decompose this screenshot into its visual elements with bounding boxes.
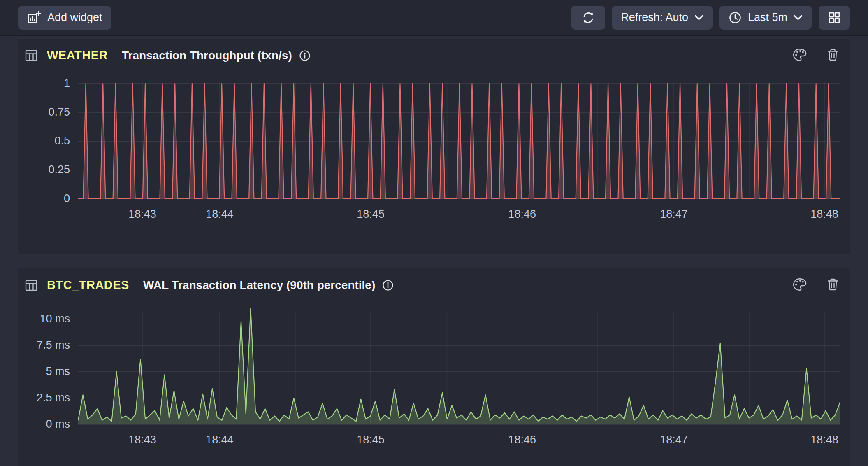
panel-header: WEATHER Transaction Throughput (txn/s) — [18, 39, 850, 63]
y-tick-label: 0.75 — [12, 106, 70, 119]
x-tick-label: 18:47 — [660, 433, 688, 446]
y-tick-label: 0.25 — [12, 163, 70, 176]
x-tick-label: 18:44 — [206, 433, 234, 446]
chart-canvas — [78, 307, 840, 430]
x-tick-label: 18:45 — [357, 433, 385, 446]
x-tick-label: 18:48 — [810, 433, 838, 446]
y-tick-label: 10 ms — [12, 312, 70, 325]
trash-icon — [826, 277, 840, 291]
table-name: BTC_TRADES — [47, 278, 129, 292]
trash-icon — [826, 48, 840, 62]
x-tick-label: 18:45 — [357, 208, 385, 221]
add-widget-label: Add widget — [47, 11, 102, 24]
x-tick-label: 18:43 — [128, 433, 156, 446]
throughput-chart-plot[interactable]: 00.250.50.75118:4318:4418:4518:4618:4718… — [78, 82, 840, 201]
info-icon[interactable] — [382, 279, 394, 291]
palette-button[interactable] — [792, 277, 807, 293]
palette-icon — [792, 277, 807, 291]
y-tick-label: 1 — [12, 77, 70, 90]
palette-button[interactable] — [792, 48, 807, 63]
y-tick-label: 0 ms — [12, 418, 70, 431]
y-tick-label: 0.5 — [12, 135, 70, 147]
chevron-down-icon — [793, 14, 803, 21]
y-tick-label: 2.5 ms — [12, 391, 70, 404]
y-tick-label: 5 ms — [12, 365, 70, 378]
widget-panel-throughput: WEATHER Transaction Throughput (txn/s) — [18, 39, 850, 254]
y-tick-label: 7.5 ms — [12, 339, 70, 352]
table-name: WEATHER — [47, 49, 108, 62]
layout-grid-icon — [827, 10, 842, 25]
add-widget-icon — [27, 11, 42, 25]
refresh-button[interactable] — [571, 6, 605, 30]
x-tick-label: 18:48 — [810, 208, 838, 221]
layout-grid-button[interactable] — [819, 6, 850, 30]
y-tick-label: 0 — [12, 192, 70, 205]
top-toolbar: Add widget Refresh: Auto Last 5m — [0, 0, 868, 36]
x-tick-label: 18:47 — [660, 208, 688, 221]
chart-canvas — [78, 82, 840, 201]
refresh-mode-dropdown[interactable]: Refresh: Auto — [612, 6, 713, 30]
chart-title: Transaction Throughput (txn/s) — [122, 49, 292, 62]
widget-panel-latency: BTC_TRADES WAL Transaction Latency (90th… — [18, 268, 850, 466]
x-tick-label: 18:46 — [508, 208, 536, 221]
delete-widget-button[interactable] — [826, 277, 840, 293]
delete-widget-button[interactable] — [826, 48, 840, 63]
info-icon[interactable] — [299, 49, 311, 62]
x-tick-label: 18:46 — [508, 433, 536, 446]
add-widget-button[interactable]: Add widget — [18, 6, 111, 30]
x-tick-label: 18:44 — [206, 208, 234, 221]
table-icon — [25, 279, 38, 291]
x-tick-label: 18:43 — [128, 208, 156, 221]
time-range-label: Last 5m — [748, 11, 787, 24]
chart-title: WAL Transaction Latency (90th percentile… — [143, 279, 375, 292]
clock-icon — [728, 11, 742, 25]
panel-header: BTC_TRADES WAL Transaction Latency (90th… — [18, 268, 850, 293]
latency-chart-plot[interactable]: 0 ms2.5 ms5 ms7.5 ms10 ms18:4318:4418:45… — [78, 307, 840, 430]
time-range-dropdown[interactable]: Last 5m — [719, 6, 812, 30]
refresh-icon — [581, 10, 596, 25]
refresh-mode-label: Refresh: Auto — [621, 11, 688, 24]
palette-icon — [792, 48, 807, 62]
chevron-down-icon — [694, 14, 704, 21]
table-icon — [25, 49, 38, 62]
